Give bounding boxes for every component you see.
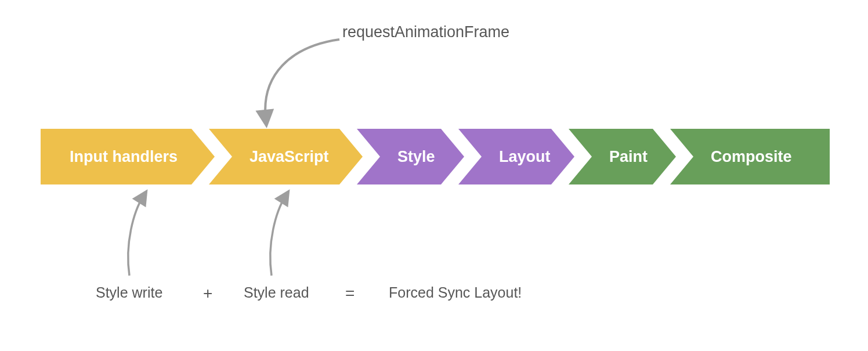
label-style-write: Style write	[96, 284, 162, 301]
stage-javascript: JavaScript	[209, 129, 363, 184]
pipeline-diagram: Input handlers JavaScript Style Layout P…	[41, 129, 830, 184]
annotation-raf: requestAnimationFrame	[342, 23, 509, 41]
arrow-style-write	[119, 191, 165, 278]
arrow-style-read	[261, 191, 308, 278]
stage-input-handlers: Input handlers	[41, 129, 215, 184]
label-plus: +	[203, 284, 212, 303]
label-style-read: Style read	[244, 284, 309, 301]
stage-layout: Layout	[458, 129, 574, 184]
label-result: Forced Sync Layout!	[389, 284, 522, 301]
label-equals: =	[345, 284, 355, 303]
stage-style: Style	[357, 129, 464, 184]
arrow-raf-to-js	[255, 35, 360, 128]
stage-composite: Composite	[670, 129, 830, 184]
stage-paint: Paint	[569, 129, 676, 184]
